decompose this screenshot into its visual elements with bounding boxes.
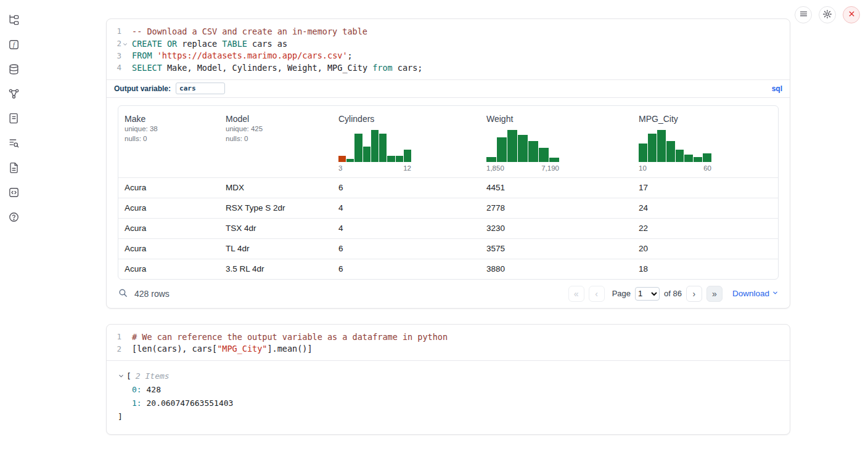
sidebar: f — [0, 0, 27, 449]
chevron-down-icon — [772, 289, 779, 298]
sidebar-item-help[interactable] — [5, 211, 22, 225]
histogram-axis: 1060 — [639, 164, 711, 172]
table-row[interactable]: AcuraTSX 4dr4323022 — [118, 218, 778, 238]
sidebar-item-variables[interactable]: f — [5, 38, 22, 53]
column-header[interactable]: MPG_City1060 — [633, 106, 778, 177]
items-count: 2 Items — [136, 371, 170, 381]
close-icon — [848, 10, 856, 20]
histogram-bar — [404, 150, 411, 162]
download-button[interactable]: Download — [732, 289, 779, 298]
code-line: 2[len(cars), cars["MPG_City"].mean()] — [107, 342, 790, 355]
output-tree-root: [ 2 Items — [118, 369, 779, 382]
shutdown-button[interactable] — [843, 6, 860, 23]
file-text-icon — [8, 162, 20, 176]
histogram-bar — [639, 144, 647, 162]
table-row[interactable]: AcuraTL 4dr6357520 — [118, 238, 778, 259]
line-number: 2 — [107, 344, 121, 354]
column-header[interactable]: Modelunique: 425nulls: 0 — [219, 106, 332, 177]
fold-chevron-icon — [121, 67, 129, 68]
column-header[interactable]: Weight1,8507,190 — [480, 106, 633, 177]
column-header[interactable]: Makeunique: 38nulls: 0 — [118, 106, 219, 177]
open-bracket: [ — [126, 371, 131, 381]
table-cell: 4 — [332, 224, 480, 233]
histogram-axis: 312 — [338, 164, 411, 172]
histogram-bar — [387, 156, 395, 162]
last-page-button[interactable]: » — [706, 286, 723, 302]
histogram-bar — [486, 157, 496, 162]
line-number: 1 — [107, 332, 121, 341]
column-label: Cylinders — [338, 114, 474, 124]
histogram-bar — [371, 130, 379, 162]
variables-icon: f — [8, 39, 20, 52]
notebook: 1-- Download a CSV and create an in-memo… — [106, 18, 790, 435]
sidebar-item-outline[interactable] — [5, 112, 22, 127]
help-icon — [8, 211, 20, 225]
column-stat: unique: 425 — [226, 124, 326, 134]
column-label: Model — [226, 114, 326, 124]
table-cell: 24 — [633, 203, 778, 212]
table-row[interactable]: AcuraRSX Type S 2dr4277824 — [118, 198, 778, 218]
first-page-button[interactable]: « — [568, 286, 584, 302]
settings-button[interactable] — [819, 6, 836, 23]
python-code-editor[interactable]: 1# We can reference the output variable … — [107, 325, 790, 360]
column-histogram[interactable] — [486, 130, 559, 162]
column-histogram[interactable] — [338, 130, 411, 162]
collapse-chevron-icon[interactable] — [118, 373, 126, 379]
column-stat: unique: 38 — [125, 124, 213, 134]
page-count-label: of 86 — [664, 289, 682, 298]
table-cell: 22 — [633, 224, 778, 233]
page-select[interactable]: 1 — [635, 287, 660, 301]
table-cell: TSX 4dr — [219, 224, 332, 233]
sql-code-editor[interactable]: 1-- Download a CSV and create an in-memo… — [107, 19, 790, 79]
column-stat: nulls: 0 — [226, 134, 326, 144]
gear-icon — [822, 9, 832, 21]
sidebar-item-snippets[interactable] — [5, 186, 22, 201]
table-row[interactable]: AcuraMDX6445117 — [118, 177, 778, 198]
code-line: 2CREATE OR replace TABLE cars as — [107, 38, 790, 50]
sidebar-item-file-explorer[interactable] — [5, 14, 22, 28]
table-footer: 428 rows « ‹ Page 1 of 86 › » Download — [107, 280, 790, 308]
table-cell: 18 — [633, 264, 778, 273]
pagination: « ‹ Page 1 of 86 › » — [568, 286, 723, 302]
svg-text:f: f — [13, 41, 16, 48]
entry-key: 0: — [132, 385, 142, 394]
table-cell: Acura — [118, 183, 219, 192]
python-cell: 1# We can reference the output variable … — [106, 324, 790, 435]
output-tree-entry: 1: 20.060747663551403 — [118, 396, 779, 410]
code-line: 1# We can reference the output variable … — [107, 331, 790, 343]
table-cell: 6 — [332, 264, 480, 273]
table-cell: 3.5 RL 4dr — [219, 264, 332, 273]
search-button[interactable] — [118, 288, 128, 300]
sidebar-item-documentation[interactable] — [5, 161, 22, 176]
fold-chevron-icon[interactable] — [121, 39, 129, 47]
output-tree-close: ] — [118, 410, 779, 423]
output-tree-entries: 0: 4281: 20.060747663551403 — [118, 382, 779, 410]
menu-button[interactable] — [795, 6, 812, 23]
python-output: [ 2 Items 0: 4281: 20.060747663551403 ] — [107, 360, 790, 434]
sidebar-item-dependency-graph[interactable] — [5, 87, 22, 102]
table-row[interactable]: Acura3.5 RL 4dr6388018 — [118, 259, 778, 279]
code-line: 3FROM 'https://datasets.marimo.app/cars.… — [107, 49, 790, 62]
column-histogram[interactable] — [639, 130, 711, 162]
line-number: 3 — [107, 51, 121, 60]
prev-page-button[interactable]: ‹ — [589, 286, 605, 302]
table-body: AcuraMDX6445117AcuraRSX Type S 2dr427782… — [118, 177, 778, 279]
list-search-icon — [8, 137, 20, 151]
code-square-icon — [8, 187, 20, 200]
notebook-actions — [795, 6, 860, 23]
column-stat: nulls: 0 — [125, 134, 213, 144]
column-label: Weight — [486, 114, 626, 124]
column-header[interactable]: Cylinders312 — [332, 106, 480, 177]
next-page-button[interactable]: › — [686, 286, 702, 302]
histogram-bar — [703, 153, 711, 162]
histogram-bar — [363, 147, 371, 162]
sidebar-item-logs[interactable] — [5, 137, 22, 152]
code-line: 4SELECT Make, Model, Cylinders, Weight, … — [107, 62, 790, 74]
output-variable-input[interactable] — [176, 83, 225, 94]
output-variable-label: Output variable: — [114, 84, 171, 93]
histogram-bar — [694, 157, 702, 162]
table-cell: Acura — [118, 203, 219, 212]
column-label: MPG_City — [639, 114, 772, 124]
table-cell: 3575 — [480, 244, 633, 253]
sidebar-item-data-sources[interactable] — [5, 63, 22, 78]
